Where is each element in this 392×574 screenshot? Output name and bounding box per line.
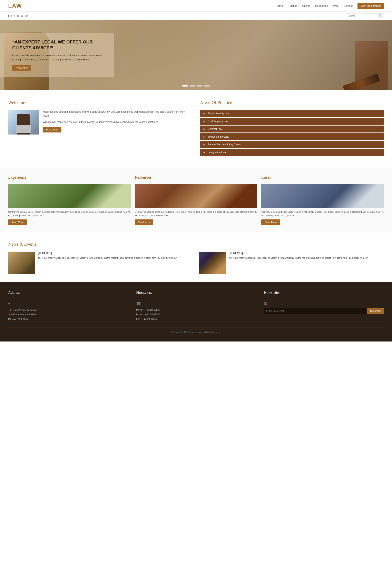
nav-clients[interactable]: Clients (302, 4, 310, 7)
nav-contact[interactable]: Contact (343, 4, 352, 7)
laptop-figure (16, 125, 31, 133)
hero-text: Lorem Ipsum is that it has a more-or-les… (12, 54, 102, 62)
experience-readmore-button[interactable]: Read More (8, 219, 27, 225)
areas-of-practice: Areas Of Practice ► Social Security Law … (200, 100, 384, 157)
phone-line-2: Phone : +1234567890 (136, 312, 256, 317)
practice-item-label: Social Security Law (208, 112, 229, 115)
practice-item-immigration[interactable]: ► Immigration Law (200, 149, 384, 156)
newsletter-input-row: Subscribe (264, 308, 384, 314)
footer-bottom: Copyright © 2016.Company name All rights… (8, 328, 384, 333)
hero-dot-2[interactable] (189, 85, 195, 86)
news-date-2: [10-08-2015] (229, 252, 384, 255)
news-title: News & Events (8, 242, 384, 247)
arrow-icon: ► (203, 120, 206, 123)
cases-col: Contrary to popular belief, Lorem Ipsum … (261, 184, 384, 225)
resources-image (135, 184, 257, 208)
resources-readmore-button[interactable]: Read More (135, 219, 153, 225)
subscribe-button[interactable]: Subscribe (367, 308, 384, 314)
practice-item-personal-injury[interactable]: ► Serious Personal Injury Cases (200, 141, 384, 148)
arrow-icon: ► (203, 135, 206, 138)
footer-newsletter-title: Newsletter (264, 290, 384, 295)
nav-home[interactable]: Home (276, 4, 283, 7)
practice-item-social-security[interactable]: ► Social Security Law (200, 110, 384, 117)
nav-typo[interactable]: Typo (333, 4, 338, 7)
practice-item-intellectual-property[interactable]: ► intellectual property (200, 133, 384, 140)
location-icon: ▾ (8, 301, 128, 306)
social-icons: f t p p ★ @ (8, 14, 28, 17)
site-logo: LAW (8, 2, 22, 9)
news-text-2: There are many variations of passages of… (229, 256, 384, 260)
hero-title: “AN EXPERT LEGAL WE OFFER OUR CLIENTS AD… (12, 39, 102, 51)
search-button[interactable]: 🔍 (377, 14, 384, 18)
social-bar: f t p p ★ @ 🔍 (0, 12, 392, 20)
arrow-icon: ► (203, 127, 206, 131)
practice-item-label: intellectual property (208, 135, 229, 138)
address-line-1: 795 Folsom Ave, Suite 600 (8, 308, 128, 312)
pinterest-icon[interactable]: p (14, 14, 15, 17)
fax-line: Fax : +1234567890 (136, 317, 256, 321)
welcome-left: Welcome Many desktop publishing packages… (8, 100, 192, 157)
three-col-section: Experience Resources Cases Contrary to p… (0, 167, 392, 233)
footer-newsletter: Newsletter ✉ Subscribe (264, 290, 384, 321)
practice-item-label: Criminal Law (208, 128, 222, 130)
welcome-paragraph-1: Many desktop publishing packages and web… (43, 110, 192, 118)
practice-item-label: Immigration Law (208, 151, 226, 154)
footer-phone-title: Phone/Fax (136, 290, 256, 295)
search-input[interactable] (346, 14, 377, 18)
hero-content: “AN EXPERT LEGAL WE OFFER OUR CLIENTS AD… (0, 33, 114, 77)
footer-cols: Address ▾ 795 Folsom Ave, Suite 600 San … (8, 290, 384, 321)
news-section: News & Events [10-08-2015] There are man… (0, 233, 392, 282)
welcome-text: Many desktop publishing packages and web… (43, 110, 192, 135)
mail-icon[interactable]: @ (25, 14, 28, 17)
practice-item-real-property[interactable]: ► Real Property Law (200, 118, 384, 125)
news-content-1: [10-08-2015] There are many variations o… (38, 252, 193, 274)
main-nav: Home Practice Clients Resources Typo Con… (276, 3, 384, 9)
appointment-button[interactable]: Get Appointment (357, 3, 384, 9)
nav-resources[interactable]: Resources (315, 4, 328, 7)
arrow-icon: ► (203, 112, 206, 115)
cases-readmore-button[interactable]: Read More (261, 219, 280, 225)
arrow-icon: ► (203, 151, 206, 154)
footer-address: Address ▾ 795 Folsom Ave, Suite 600 San … (8, 290, 128, 321)
news-image-1 (8, 252, 35, 274)
welcome-readmore-button[interactable]: Read More (43, 127, 62, 132)
top-header: LAW Home Practice Clients Resources Typo… (0, 0, 392, 12)
news-item-1: [10-08-2015] There are many variations o… (8, 252, 193, 274)
cases-title: Cases (261, 175, 384, 180)
address-line-2: San Francisco, CA 94107 (8, 312, 128, 317)
resources-col: Contrary to popular belief, Lorem Ipsum … (135, 184, 257, 225)
search-bar: 🔍 (346, 13, 384, 18)
three-cols: Contrary to popular belief, Lorem Ipsum … (8, 184, 384, 225)
hero-dots (182, 85, 210, 86)
arrow-icon: ► (203, 143, 206, 146)
welcome-image (8, 110, 39, 135)
hero-readmore-button[interactable]: Read More (12, 65, 31, 71)
footer-copyright: Copyright © 2016.Company name All rights… (170, 331, 222, 333)
rss-icon[interactable]: ★ (21, 14, 23, 17)
experience-col: Contrary to popular belief, Lorem Ipsum … (8, 184, 131, 225)
resources-title: Resources (135, 175, 257, 180)
hero-section: “AN EXPERT LEGAL WE OFFER OUR CLIENTS AD… (0, 20, 392, 90)
welcome-content: Many desktop publishing packages and web… (8, 110, 192, 135)
footer-address-title: Address (8, 290, 128, 295)
hero-dot-3[interactable] (197, 85, 203, 86)
news-item-2: [10-08-2015] There are many variations o… (199, 252, 384, 274)
nav-practice[interactable]: Practice (288, 4, 297, 7)
cases-image (261, 184, 384, 208)
twitter-icon[interactable]: t (11, 14, 12, 17)
news-date-1: [10-08-2015] (38, 252, 193, 255)
practice-item-label: Real Property Law (208, 120, 228, 123)
nav-menu: Home Practice Clients Resources Typo Con… (276, 3, 384, 9)
newsletter-email-input[interactable] (264, 308, 367, 314)
pinterest2-icon[interactable]: p (17, 14, 19, 17)
experience-title: Experience (8, 175, 131, 180)
hero-dot-4[interactable] (204, 85, 210, 86)
phone-icon: ☎ (136, 301, 256, 306)
practice-item-criminal-law[interactable]: ► Criminal Law (200, 125, 384, 132)
hero-dot-1[interactable] (182, 85, 188, 86)
cases-text: Contrary to popular belief, Lorem Ipsum … (261, 210, 384, 217)
facebook-icon[interactable]: f (8, 14, 9, 17)
practice-list: ► Social Security Law ► Real Property La… (200, 110, 384, 156)
footer-phone: Phone/Fax ☎ Phone : +1234567890 Phone : … (136, 290, 256, 321)
welcome-section: Welcome Many desktop publishing packages… (0, 90, 392, 167)
